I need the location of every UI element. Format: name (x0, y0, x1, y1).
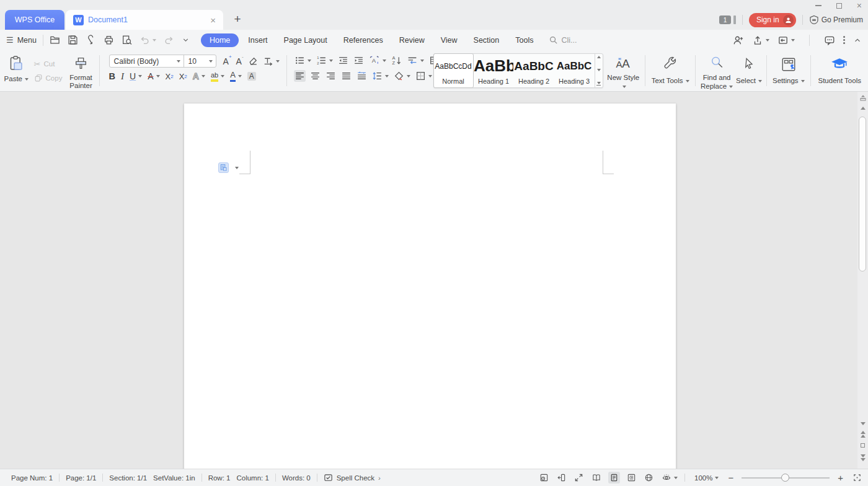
status-set-value[interactable]: SetValue: 1in (153, 474, 202, 482)
more-options-icon[interactable] (843, 36, 845, 44)
bullets-button[interactable] (294, 55, 312, 66)
text-direction-button[interactable]: A (368, 55, 387, 66)
bold-button[interactable]: B (109, 71, 115, 81)
sign-in-button[interactable]: Sign in (749, 13, 796, 27)
style-heading3[interactable]: AaBbC Heading 3 (554, 54, 595, 87)
font-family-dropdown[interactable] (177, 60, 180, 63)
increase-font-size-button[interactable]: A+ (223, 56, 232, 66)
character-scaling-button[interactable] (263, 56, 280, 66)
text-tools-dropdown[interactable] (686, 80, 689, 82)
outline-view-icon[interactable] (626, 472, 637, 484)
status-page-num[interactable]: Page Num: 1 (5, 474, 59, 482)
scroll-down-icon[interactable] (861, 422, 866, 425)
align-center-button[interactable] (309, 70, 321, 82)
zoom-slider[interactable] (742, 474, 830, 482)
show-marks-button[interactable] (406, 55, 425, 66)
tab-wps-office[interactable]: WPS Office (5, 10, 64, 30)
status-section[interactable]: Section: 1/1 (103, 474, 153, 482)
underline-button[interactable]: U (130, 71, 142, 81)
decrease-font-size-button[interactable]: A- (236, 56, 244, 66)
print-preview-icon[interactable] (122, 35, 132, 45)
eye-protection-button[interactable] (660, 472, 679, 484)
find-replace-dropdown[interactable] (729, 86, 733, 88)
spell-check-button[interactable]: Spell Check › (317, 473, 387, 482)
distribute-button[interactable] (356, 70, 368, 82)
find-replace-button[interactable]: Find andReplace (699, 50, 735, 91)
minimize-icon[interactable] (815, 5, 822, 6)
save-icon[interactable] (68, 35, 78, 45)
tab-section[interactable]: Section (467, 33, 507, 47)
document-area[interactable] (0, 92, 868, 469)
character-scaling-dropdown[interactable] (276, 60, 280, 63)
fullscreen-icon[interactable] (573, 472, 585, 484)
new-style-button[interactable]: AA New Style (605, 50, 642, 91)
borders-button[interactable] (415, 70, 433, 82)
dock-window-dropdown[interactable] (791, 39, 795, 42)
task-window-icon[interactable] (538, 472, 550, 484)
paste-options-dropdown[interactable] (235, 167, 239, 169)
redo-icon[interactable] (164, 35, 174, 45)
align-left-button[interactable] (294, 70, 306, 82)
document-page[interactable] (184, 104, 676, 469)
line-spacing-button[interactable] (371, 70, 389, 82)
settings-button[interactable]: Settings (770, 50, 807, 91)
open-file-icon[interactable] (50, 35, 60, 45)
scroll-up-icon[interactable] (861, 107, 866, 110)
status-column[interactable]: Column: 1 (236, 474, 275, 482)
read-layout-icon[interactable] (590, 472, 603, 484)
underline-dropdown[interactable] (138, 75, 142, 77)
highlight-button[interactable]: ab (211, 71, 224, 82)
character-shading-button[interactable]: A (247, 72, 256, 81)
zoom-level-button[interactable]: 100% (694, 474, 719, 482)
spell-check-expand-icon[interactable]: › (378, 474, 381, 482)
subscript-button[interactable]: X2 (179, 72, 187, 81)
dock-window-button[interactable] (777, 35, 795, 46)
text-effects-button[interactable]: A (193, 71, 205, 81)
shading-dropdown[interactable] (407, 75, 410, 77)
font-color-button[interactable]: A (230, 71, 242, 82)
tab-tools[interactable]: Tools (508, 33, 540, 47)
format-painter-button[interactable]: FormatPainter (66, 50, 95, 91)
web-layout-icon[interactable] (643, 472, 655, 484)
font-size-select[interactable]: 10 (184, 57, 206, 66)
italic-button[interactable]: I (121, 71, 124, 82)
select-dropdown[interactable] (758, 80, 762, 82)
search-input[interactable]: Cli... (549, 35, 577, 45)
cut-button[interactable]: ✂ Cut (34, 60, 63, 69)
new-tab-button[interactable]: + (231, 12, 244, 26)
new-style-dropdown[interactable] (622, 86, 626, 88)
zoom-out-button[interactable]: − (728, 472, 733, 483)
tab-home[interactable]: Home (201, 33, 239, 47)
zoom-level-dropdown[interactable] (715, 477, 719, 479)
vertical-scrollbar[interactable] (857, 92, 868, 469)
tab-close-icon[interactable]: × (210, 15, 216, 25)
ruler-toggle-icon[interactable] (859, 94, 867, 102)
next-page-icon[interactable] (861, 454, 866, 461)
tab-insert[interactable]: Insert (241, 33, 274, 47)
styles-more-icon[interactable] (596, 82, 601, 86)
highlight-dropdown[interactable] (221, 75, 224, 77)
numbering-button[interactable]: 12 (316, 55, 334, 66)
zoom-slider-thumb[interactable] (781, 474, 789, 482)
share-button[interactable] (752, 35, 769, 46)
status-row[interactable]: Row: 1 (202, 474, 237, 482)
paste-options-floating-button[interactable] (218, 162, 239, 173)
tab-review[interactable]: Review (392, 33, 432, 47)
text-direction-dropdown[interactable] (383, 60, 386, 62)
maximize-icon[interactable] (836, 3, 842, 9)
go-premium-button[interactable]: Go Premium (809, 15, 863, 25)
select-button[interactable]: Select (735, 50, 763, 91)
text-effects-dropdown[interactable] (202, 75, 205, 77)
fit-page-icon[interactable] (851, 472, 863, 484)
settings-dropdown[interactable] (801, 80, 805, 82)
comment-icon[interactable] (824, 35, 835, 46)
paste-dropdown[interactable] (25, 78, 29, 81)
numbering-dropdown[interactable] (329, 60, 333, 62)
customize-toolbar-icon[interactable] (182, 36, 190, 44)
style-heading1[interactable]: AaBb Heading 1 (474, 54, 514, 87)
superscript-button[interactable]: X2 (166, 72, 174, 81)
tab-page-layout[interactable]: Page Layout (277, 33, 334, 47)
shading-button[interactable] (393, 70, 411, 82)
sort-button[interactable]: AZ (391, 55, 402, 66)
tab-view[interactable]: View (434, 33, 464, 47)
